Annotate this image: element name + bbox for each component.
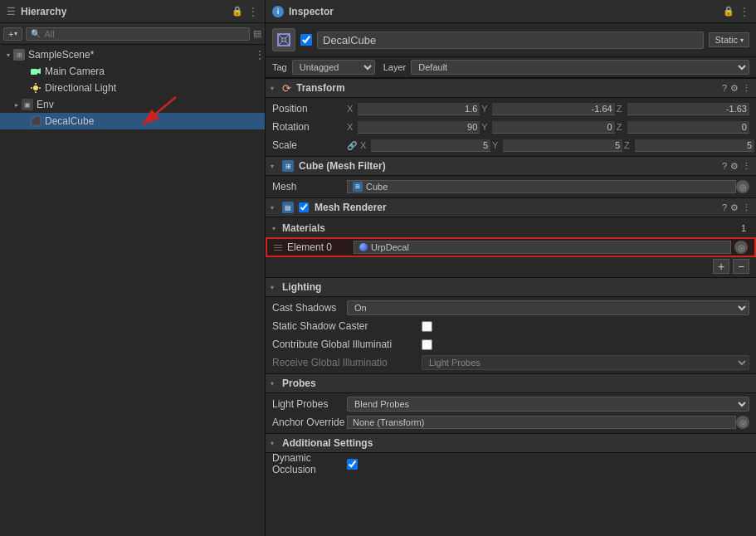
mesh-renderer-enable-checkbox[interactable]: [299, 202, 309, 212]
additional-settings-title: Additional Settings: [282, 437, 751, 449]
mesh-renderer-help-icon[interactable]: ?: [722, 202, 727, 212]
rotation-label: Rotation: [272, 121, 347, 133]
scale-y-input[interactable]: [503, 139, 622, 152]
tree-item-maincamera[interactable]: ▾ Main Camera: [0, 63, 265, 80]
static-button[interactable]: Static ▾: [709, 32, 749, 47]
tag-label: Tag: [272, 62, 287, 72]
mesh-filter-arrow-icon: ▾: [271, 163, 279, 170]
add-button[interactable]: + ▾: [3, 27, 22, 41]
scale-y-label: Y: [492, 140, 502, 150]
position-x-input[interactable]: [358, 103, 480, 115]
y-axis-label: Y: [481, 104, 491, 114]
scale-z-input[interactable]: [635, 139, 754, 152]
layer-label: Layer: [383, 62, 407, 72]
hierarchy-panel: + ▾ 🔍 ▤ ▾ ⊞ SampleScene* ⋮ ▾: [0, 23, 266, 536]
element-label: Element 0: [287, 241, 354, 253]
transform-section-header[interactable]: ▾ ⟳ Transform ? ⚙ ⋮: [266, 78, 756, 98]
position-z-input[interactable]: [627, 103, 749, 115]
tree-item-decalcube[interactable]: ▾ ⬛ DecalCube: [0, 113, 265, 129]
remove-material-button[interactable]: −: [733, 259, 749, 274]
rot-y-label: Y: [481, 122, 491, 132]
scale-x-label: X: [360, 140, 370, 150]
mesh-renderer-section-header[interactable]: ▾ ▤ Mesh Renderer ? ⚙ ⋮: [266, 197, 756, 217]
svg-point-2: [33, 85, 38, 90]
mesh-renderer-menu-icon[interactable]: ⋮: [742, 202, 751, 213]
material-pick-button[interactable]: ◎: [734, 241, 748, 254]
scale-z-field: Z: [624, 139, 754, 152]
filter-icon[interactable]: ▤: [253, 28, 261, 39]
transform-settings-icon[interactable]: ⚙: [730, 83, 739, 94]
lighting-section-header[interactable]: ▾ Lighting: [266, 277, 756, 297]
position-x-field: X: [347, 103, 480, 115]
mesh-label: Mesh: [272, 181, 347, 192]
add-remove-row: + −: [266, 257, 756, 275]
mesh-pick-button[interactable]: ◎: [736, 180, 749, 193]
probes-section-header[interactable]: ▾ Probes: [266, 373, 756, 393]
lighting-body: Cast Shadows On Static Shadow Caster Con…: [266, 297, 756, 373]
dynamic-occlusion-label: Dynamic Occlusion: [272, 452, 347, 475]
hierarchy-lock-icon[interactable]: 🔒: [232, 6, 243, 17]
rotation-x-input[interactable]: [358, 121, 480, 134]
mesh-filter-section-header[interactable]: ▾ ⊞ Cube (Mesh Filter) ? ⚙ ⋮: [266, 156, 756, 176]
tree-item-dirlight[interactable]: ▾ Directional Light: [0, 80, 265, 96]
dynamic-occlusion-row: Dynamic Occlusion: [266, 455, 756, 473]
search-box[interactable]: 🔍: [26, 27, 250, 41]
rotation-y-input[interactable]: [492, 121, 614, 134]
camera-icon: [30, 66, 41, 77]
svg-rect-14: [282, 38, 285, 41]
mesh-value: ⊞ Cube: [347, 180, 736, 193]
light-probes-select[interactable]: Blend Probes: [347, 397, 749, 412]
mesh-row: Mesh ⊞ Cube ◎: [266, 178, 756, 196]
transform-help-icon[interactable]: ?: [722, 83, 727, 93]
hierarchy-toolbar: + ▾ 🔍 ▤: [0, 23, 265, 45]
object-name-input[interactable]: [317, 32, 704, 49]
rot-z-label: Z: [617, 122, 627, 132]
scale-x-input[interactable]: [371, 139, 490, 152]
plus-icon: +: [8, 29, 13, 39]
add-material-button[interactable]: +: [713, 259, 729, 274]
tag-select[interactable]: Untagged: [292, 60, 375, 75]
mesh-value-text: Cube: [366, 182, 388, 192]
inspector-dots-icon[interactable]: ⋮: [739, 6, 749, 17]
hierarchy-menu-icon[interactable]: ☰: [7, 6, 16, 17]
scale-link-icon[interactable]: 🔗: [347, 141, 357, 150]
rotation-row: Rotation X Y Z: [266, 118, 756, 136]
hierarchy-dots-icon[interactable]: ⋮: [248, 6, 258, 17]
samplescene-menu[interactable]: ⋮: [255, 49, 265, 61]
tag-layer-row: Tag Untagged Layer Default: [266, 57, 756, 78]
mesh-filter-settings-icon[interactable]: ⚙: [730, 161, 739, 172]
position-y-field: Y: [481, 103, 614, 115]
additional-settings-section-header[interactable]: ▾ Additional Settings: [266, 433, 756, 453]
tree-item-samplescene[interactable]: ▾ ⊞ SampleScene* ⋮: [0, 46, 265, 63]
rotation-z-input[interactable]: [627, 121, 749, 134]
transform-menu-icon[interactable]: ⋮: [742, 83, 751, 94]
inspector-title: Inspector: [289, 6, 334, 17]
mesh-renderer-body: ▾ Materials 1 Element 0 UrpDecal: [266, 217, 756, 277]
position-y-input[interactable]: [492, 103, 614, 115]
anchor-pick-button[interactable]: ◎: [736, 416, 749, 429]
dynamic-occlusion-checkbox[interactable]: [347, 459, 358, 470]
mesh-filter-help-icon[interactable]: ?: [722, 161, 727, 171]
cast-shadows-select[interactable]: On: [347, 300, 749, 315]
anchor-override-label: Anchor Override: [272, 417, 347, 428]
layer-select[interactable]: Default: [411, 60, 749, 75]
mesh-filter-menu-icon[interactable]: ⋮: [742, 161, 751, 172]
global-illum-checkbox[interactable]: [422, 339, 432, 350]
tree-label-env: Env: [37, 99, 54, 110]
main-content: + ▾ 🔍 ▤ ▾ ⊞ SampleScene* ⋮ ▾: [0, 23, 756, 536]
tree-item-env[interactable]: ▸ ▣ Env: [0, 96, 265, 113]
anchor-override-text: None (Transform): [353, 417, 424, 427]
search-input[interactable]: [44, 29, 245, 39]
object-active-checkbox[interactable]: [300, 34, 312, 46]
transform-body: Position X Y Z: [266, 98, 756, 156]
inspector-lock-icon[interactable]: 🔒: [723, 6, 734, 17]
receive-gi-select[interactable]: Light Probes: [422, 355, 749, 370]
drag-handle[interactable]: [274, 245, 282, 251]
env-icon: ▣: [22, 99, 33, 110]
light-probes-label: Light Probes: [272, 398, 347, 410]
static-shadow-checkbox[interactable]: [422, 321, 432, 332]
mesh-renderer-settings-icon[interactable]: ⚙: [730, 202, 739, 213]
rotation-z-field: Z: [617, 121, 749, 134]
hierarchy-title: Hierarchy: [21, 6, 66, 17]
receive-gi-label: Receive Global Illuminatio: [272, 357, 422, 368]
